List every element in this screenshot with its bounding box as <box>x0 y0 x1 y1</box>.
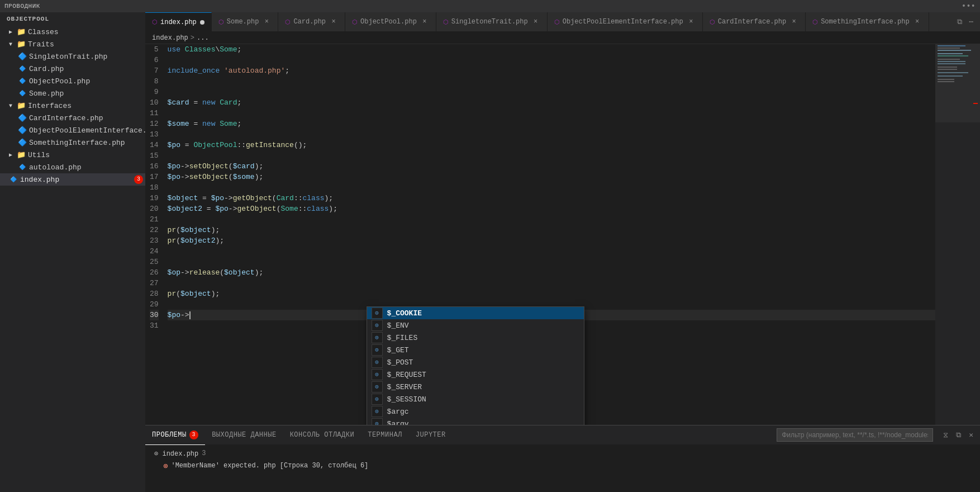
tab-close-objectPool[interactable]: × <box>420 17 429 26</box>
tab-close-opei[interactable]: × <box>687 17 696 26</box>
ac-label-argc: $argc <box>387 406 409 417</box>
ac-item-session[interactable]: ⊙ $_SESSION <box>367 393 584 405</box>
sidebar-item-cardInterface[interactable]: 🔷 CardInterface.php <box>0 112 145 124</box>
tab-overflow-button[interactable]: ⋯ <box>967 16 976 27</box>
filter-icon[interactable]: ⧖ <box>941 430 950 441</box>
code-area[interactable]: use Classes\Some; include_once 'autoload… <box>165 44 935 425</box>
tab-split-button[interactable]: ⧉ <box>955 17 964 27</box>
code-line-11 <box>168 108 935 119</box>
ac-item-files[interactable]: ⊙ $_FILES <box>367 332 584 344</box>
panel-content: ⊙ index.php 3 ⊗ 'MemberName' expected. p… <box>145 445 980 492</box>
tab-close-cardInterface[interactable]: × <box>789 17 798 26</box>
ac-item-post[interactable]: ⊙ $_POST <box>367 356 584 368</box>
code-line-23: pr($object2); <box>168 235 935 246</box>
tabs-bar: ⬡ index.php ⬡ Some.php × ⬡ Card.php × ⬡ … <box>145 12 980 32</box>
tab-singletonTrait[interactable]: ⬡ SingletoneTrait.php × <box>436 12 548 32</box>
ac-item-server[interactable]: ⊙ $_SERVER <box>367 381 584 393</box>
tab-objectPool[interactable]: ⬡ ObjectPool.php × <box>345 12 436 32</box>
index-label: index.php <box>20 176 59 184</box>
sidebar-item-singletonTrait[interactable]: 🔷 SingletonTrait.php <box>0 50 145 63</box>
tab-cardInterface[interactable]: ⬡ CardInterface.php × <box>703 12 806 32</box>
code-line-16: $po->setObject($card); <box>168 161 935 172</box>
tab-close-singletonTrait[interactable]: × <box>531 17 540 26</box>
ac-item-get[interactable]: ⊙ $_GET <box>367 344 584 356</box>
folder-icon-utils: 📁 <box>17 150 26 159</box>
sidebar-item-index[interactable]: 🔷 index.php 3 <box>0 173 145 186</box>
code-line-6 <box>168 55 935 65</box>
tab-some[interactable]: ⬡ Some.php × <box>212 12 279 32</box>
problem-count: 3 <box>202 450 206 457</box>
tab-somethingInterface[interactable]: ⬡ SomethingInterface.php × <box>806 12 929 32</box>
tab-label-card: Card.php <box>293 18 326 26</box>
utils-arrow: ▶ <box>9 152 16 158</box>
php-icon-some: 🔷 <box>18 89 27 98</box>
tabs-actions: ⧉ ⋯ <box>950 16 980 27</box>
tab-dirty-index <box>200 20 204 25</box>
code-line-21 <box>168 214 935 225</box>
sidebar-item-autoload[interactable]: 🔷 autoload.php <box>0 161 145 173</box>
tab-close-some[interactable]: × <box>262 17 271 26</box>
panel-tab-console[interactable]: КОНСОЛЬ ОТЛАДКИ <box>283 425 361 445</box>
tab-close-somethingInterface[interactable]: × <box>913 17 922 26</box>
ac-label-session: $_SESSION <box>387 394 426 405</box>
autoload-label: autoload.php <box>29 163 82 172</box>
singleton-trait-label: SingletonTrait.php <box>29 53 107 61</box>
sidebar-header: OBJECTPOOL <box>0 12 145 26</box>
php-icon-index: 🔷 <box>9 175 18 184</box>
sidebar-item-classes[interactable]: ▶ 📁 Classes <box>0 26 145 38</box>
panel-tab-jupyter[interactable]: JUPYTER <box>409 425 453 445</box>
filter-input[interactable] <box>777 428 933 442</box>
code-line-24 <box>168 246 935 257</box>
sidebar-item-interfaces[interactable]: ▼ 📁 Interfaces <box>0 100 145 112</box>
utils-label: Utils <box>28 151 50 159</box>
ac-icon-post: ⊙ <box>372 357 383 368</box>
tab-opei[interactable]: ⬡ ObjectPoolElementInterface.php × <box>548 12 703 32</box>
minimap-content <box>935 44 980 425</box>
sidebar-item-objectPoolElementInterface[interactable]: 🔷 ObjectPoolElementInterface.php <box>0 124 145 136</box>
sidebar-item-card[interactable]: 🔷 Card.php <box>0 63 145 75</box>
panel-close-icon[interactable]: ✕ <box>967 429 976 441</box>
ac-item-env[interactable]: ⊙ $_ENV <box>367 319 584 332</box>
panel-actions: ⧖ ⧉ ✕ <box>777 428 980 442</box>
panel-tab-terminal[interactable]: ТЕРМИНАЛ <box>361 425 409 445</box>
panel-tab-problems[interactable]: ПРОБЛЕМЫ 3 <box>145 425 205 445</box>
tab-icon-opei: ⬡ <box>554 18 560 26</box>
tab-card[interactable]: ⬡ Card.php × <box>278 12 345 32</box>
sidebar-item-objectPool[interactable]: 🔷 ObjectPool.php <box>0 75 145 87</box>
ac-item-cookie[interactable]: ⊙ $_COOKIE <box>367 307 584 319</box>
panel-tab-output-label: ВЫХОДНЫЕ ДАННЫЕ <box>212 431 277 439</box>
code-line-28: pr($object); <box>168 288 935 299</box>
tab-label-opei: ObjectPoolElementInterface.php <box>563 18 683 26</box>
sidebar: OBJECTPOOL ▶ 📁 Classes ▼ 📁 Traits 🔷 Sing… <box>0 12 145 492</box>
svg-rect-14 <box>935 44 980 122</box>
code-line-7: include_once 'autoload.php'; <box>168 65 935 76</box>
ac-item-argv[interactable]: ⊙ $argv <box>367 418 584 425</box>
panel-tab-output[interactable]: ВЫХОДНЫЕ ДАННЫЕ <box>205 425 283 445</box>
ac-item-request[interactable]: ⊙ $_REQUEST <box>367 368 584 381</box>
tab-icon-objectPool: ⬡ <box>352 18 358 26</box>
sidebar-item-traits[interactable]: ▼ 📁 Traits <box>0 38 145 50</box>
code-line-13 <box>168 129 935 140</box>
panel-split-icon[interactable]: ⧉ <box>954 430 963 441</box>
sidebar-item-utils[interactable]: ▶ 📁 Utils <box>0 149 145 161</box>
ac-item-argc[interactable]: ⊙ $argc <box>367 405 584 418</box>
tab-close-card[interactable]: × <box>329 17 338 26</box>
autocomplete-dropdown[interactable]: ⊙ $_COOKIE ⊙ $_ENV ⊙ $_FILES ⊙ $_GET <box>367 306 584 425</box>
sidebar-item-some[interactable]: 🔷 Some.php <box>0 87 145 100</box>
more-button[interactable]: ••• <box>962 2 976 11</box>
code-line-14: $po = ObjectPool::getInstance(); <box>168 140 935 150</box>
classes-arrow: ▶ <box>9 29 16 35</box>
sidebar-item-somethingInterface[interactable]: 🔷 SomethingInterface.php <box>0 136 145 149</box>
tab-index[interactable]: ⬡ index.php <box>145 12 212 32</box>
traits-label: Traits <box>28 40 54 49</box>
tab-icon-index: ⬡ <box>152 18 158 26</box>
breadcrumb: index.php > ... <box>145 32 980 44</box>
card-label: Card.php <box>29 65 64 73</box>
cursor <box>189 311 191 319</box>
main-layout: OBJECTPOOL ▶ 📁 Classes ▼ 📁 Traits 🔷 Sing… <box>0 12 980 492</box>
tab-label-objectPool: ObjectPool.php <box>360 18 417 26</box>
editor-body: 5 6 7 8 9 10 11 12 13 14 15 16 17 18 19 … <box>145 44 980 425</box>
code-line-19: $object = $po->getObject(Card::class); <box>168 193 935 204</box>
ac-icon-argc: ⊙ <box>372 406 383 417</box>
folder-icon-interfaces: 📁 <box>17 101 26 110</box>
